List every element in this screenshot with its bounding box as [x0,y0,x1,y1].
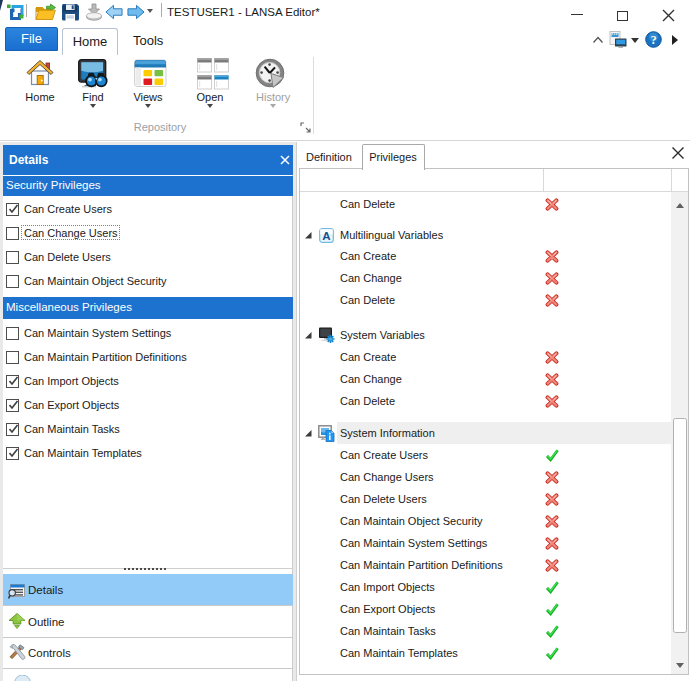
svg-text:?: ? [650,33,656,47]
svg-text:A: A [322,229,330,241]
